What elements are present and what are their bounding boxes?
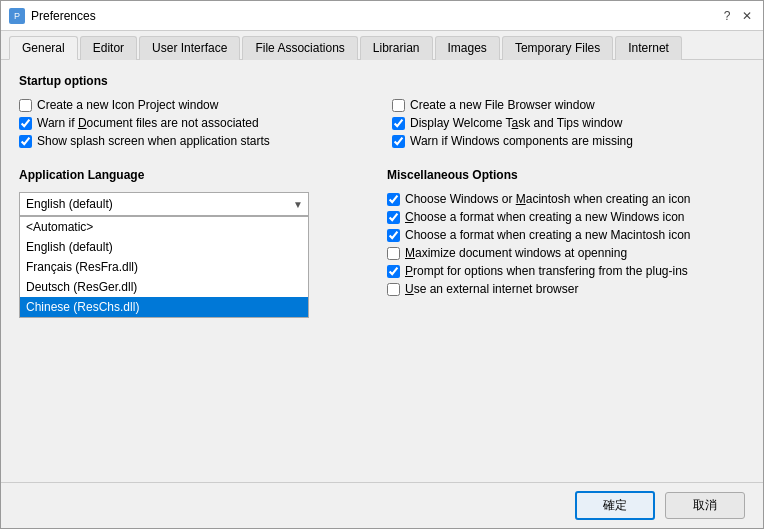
misc-options-title: Miscellaneous Options — [387, 168, 745, 182]
tab-bar: General Editor User Interface File Assoc… — [1, 31, 763, 60]
lang-option-automatic[interactable]: <Automatic> — [20, 217, 308, 237]
checkbox-splash-screen[interactable] — [19, 135, 32, 148]
checkbox-choose-win-mac[interactable] — [387, 193, 400, 206]
startup-option-1: Create a new Icon Project window — [19, 98, 372, 112]
app-language-section: Application Language English (default) ▼… — [19, 168, 377, 318]
tab-general[interactable]: General — [9, 36, 78, 60]
cancel-button[interactable]: 取消 — [665, 492, 745, 519]
app-icon: P — [9, 8, 25, 24]
app-language-title: Application Language — [19, 168, 377, 182]
label-file-browser: Create a new File Browser window — [410, 98, 595, 112]
label-prompt-options: Prompt for options when transfering from… — [405, 264, 688, 278]
label-format-macintosh: Choose a format when creating a new Maci… — [405, 228, 691, 242]
misc-option-6: Use an external internet browser — [387, 282, 745, 296]
misc-options-section: Miscellaneous Options Choose Windows or … — [387, 168, 745, 318]
label-warn-document: Warn if Document files are not associate… — [37, 116, 259, 130]
help-button[interactable]: ? — [719, 8, 735, 24]
lang-option-english[interactable]: English (default) — [20, 237, 308, 257]
startup-option-5: Display Welcome Task and Tips window — [392, 116, 745, 130]
startup-option-2: Warn if Document files are not associate… — [19, 116, 372, 130]
checkbox-external-browser[interactable] — [387, 283, 400, 296]
footer: 確定 取消 — [1, 482, 763, 528]
startup-left-col: Create a new Icon Project window Warn if… — [19, 98, 372, 152]
label-format-windows: Choose a format when creating a new Wind… — [405, 210, 684, 224]
title-bar: P Preferences ? ✕ — [1, 1, 763, 31]
startup-options-title: Startup options — [19, 74, 745, 88]
lang-option-german[interactable]: Deutsch (ResGer.dll) — [20, 277, 308, 297]
misc-option-2: Choose a format when creating a new Wind… — [387, 210, 745, 224]
misc-option-5: Prompt for options when transfering from… — [387, 264, 745, 278]
close-button[interactable]: ✕ — [739, 8, 755, 24]
startup-option-4: Create a new File Browser window — [392, 98, 745, 112]
tab-temporary-files[interactable]: Temporary Files — [502, 36, 613, 60]
checkbox-format-windows[interactable] — [387, 211, 400, 224]
tab-librarian[interactable]: Librarian — [360, 36, 433, 60]
checkbox-format-macintosh[interactable] — [387, 229, 400, 242]
label-warn-windows: Warn if Windows components are missing — [410, 134, 633, 148]
misc-option-4: Maximize document windows at openning — [387, 246, 745, 260]
checkbox-warn-windows[interactable] — [392, 135, 405, 148]
tab-internet[interactable]: Internet — [615, 36, 682, 60]
label-welcome-task: Display Welcome Task and Tips window — [410, 116, 622, 130]
title-bar-controls: ? ✕ — [719, 8, 755, 24]
startup-options-section: Startup options Create a new Icon Projec… — [19, 74, 745, 152]
bottom-section: Application Language English (default) ▼… — [19, 168, 745, 318]
label-splash-screen: Show splash screen when application star… — [37, 134, 270, 148]
lang-option-french[interactable]: Français (ResFra.dll) — [20, 257, 308, 277]
checkbox-maximize-doc[interactable] — [387, 247, 400, 260]
startup-option-3: Show splash screen when application star… — [19, 134, 372, 148]
checkbox-new-icon-project[interactable] — [19, 99, 32, 112]
language-dropdown[interactable]: English (default) — [19, 192, 309, 216]
checkbox-file-browser[interactable] — [392, 99, 405, 112]
misc-option-3: Choose a format when creating a new Maci… — [387, 228, 745, 242]
tab-file-associations[interactable]: File Associations — [242, 36, 357, 60]
window-title: Preferences — [31, 9, 96, 23]
main-content: Startup options Create a new Icon Projec… — [1, 60, 763, 482]
startup-option-6: Warn if Windows components are missing — [392, 134, 745, 148]
language-dropdown-list: <Automatic> English (default) Français (… — [19, 216, 309, 318]
checkbox-welcome-task[interactable] — [392, 117, 405, 130]
label-external-browser: Use an external internet browser — [405, 282, 578, 296]
startup-right-col: Create a new File Browser window Display… — [392, 98, 745, 152]
checkbox-prompt-options[interactable] — [387, 265, 400, 278]
startup-checkboxes: Create a new Icon Project window Warn if… — [19, 98, 745, 152]
misc-option-1: Choose Windows or Macintosh when creatin… — [387, 192, 745, 206]
confirm-button[interactable]: 確定 — [575, 491, 655, 520]
label-maximize-doc: Maximize document windows at openning — [405, 246, 627, 260]
label-new-icon-project: Create a new Icon Project window — [37, 98, 218, 112]
tab-images[interactable]: Images — [435, 36, 500, 60]
checkbox-warn-document[interactable] — [19, 117, 32, 130]
lang-option-chinese[interactable]: Chinese (ResChs.dll) — [20, 297, 308, 317]
language-dropdown-container: English (default) ▼ — [19, 192, 309, 216]
preferences-window: P Preferences ? ✕ General Editor User In… — [0, 0, 764, 529]
label-choose-win-mac: Choose Windows or Macintosh when creatin… — [405, 192, 691, 206]
tab-editor[interactable]: Editor — [80, 36, 137, 60]
title-bar-left: P Preferences — [9, 8, 96, 24]
tab-user-interface[interactable]: User Interface — [139, 36, 240, 60]
